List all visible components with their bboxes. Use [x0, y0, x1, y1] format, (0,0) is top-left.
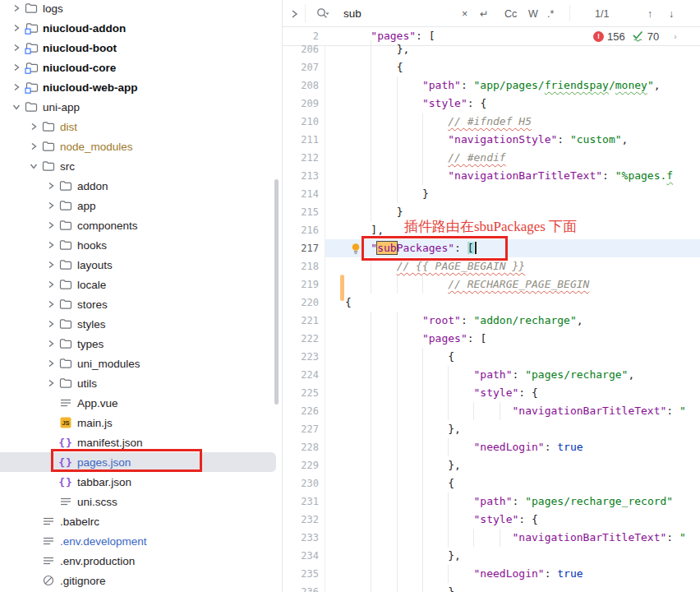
code-token: : — [461, 79, 474, 91]
clear-search-icon[interactable]: × — [462, 0, 467, 27]
code-line-226[interactable]: 226 "navigationBarTitleText": " — [283, 402, 700, 420]
code-line-211[interactable]: 211 "navigationStyle": "custom", — [283, 131, 700, 149]
code-line-212[interactable]: 212 // #endif — [283, 149, 700, 167]
code-line-228[interactable]: 228 "needLogin": true — [283, 438, 700, 456]
code-token: : — [666, 531, 679, 543]
search-icon[interactable] — [315, 0, 330, 27]
chevron-right-icon[interactable] — [44, 219, 58, 232]
tree-item-logs[interactable]: logs — [0, 0, 276, 18]
chevron-right-icon[interactable] — [44, 377, 58, 390]
tree-item-dist[interactable]: dist — [0, 117, 276, 136]
code-line-219[interactable]: 219 // RECHARGE_PAGE_BEGIN — [283, 275, 700, 294]
tree-item-niucloud-addon[interactable]: niucloud-addon — [0, 18, 276, 38]
code-line-223[interactable]: 223 { — [283, 348, 700, 366]
code-line-210[interactable]: 210 // #ifndef H5 — [283, 113, 700, 131]
tree-scrollbar[interactable] — [274, 179, 279, 405]
code-line-235[interactable]: 235 "needLogin": true — [283, 565, 700, 583]
tree-item-pages.json[interactable]: {}pages.json — [0, 452, 276, 472]
chevron-right-icon[interactable] — [44, 298, 58, 311]
tree-item-niucloud-boot[interactable]: niucloud-boot — [0, 38, 276, 58]
chevron-right-icon[interactable] — [10, 2, 23, 15]
code-line-231[interactable]: 231 "path": "pages/recharge_record" — [283, 493, 700, 511]
code-text: } — [345, 583, 454, 592]
regex-toggle[interactable]: .* — [547, 0, 554, 27]
tree-item-niucloud-core[interactable]: niucloud-core — [0, 58, 276, 77]
text-file-icon — [40, 514, 57, 529]
code-line-225[interactable]: 225 "style": { — [283, 384, 700, 402]
chevron-right-icon[interactable] — [44, 238, 58, 252]
find-expand-button[interactable] — [289, 0, 299, 27]
tree-item-uni.scss[interactable]: uni.scss — [0, 492, 276, 511]
code-line-208[interactable]: 208 "path": "app/pages/friendspay/money"… — [283, 76, 700, 95]
previous-match-button[interactable]: ↑ — [647, 0, 652, 27]
chevron-right-icon[interactable] — [10, 61, 23, 74]
tree-item-styles[interactable]: styles — [0, 314, 276, 334]
code-line-217[interactable]: 217 "subPackages": [ — [283, 239, 700, 257]
code-line-232[interactable]: 232 "style": { — [283, 511, 700, 529]
code-line-230[interactable]: 230 { — [283, 474, 700, 493]
tree-item-node_modules[interactable]: node_modules — [0, 136, 276, 156]
code-line-234[interactable]: 234 }, — [283, 547, 700, 565]
match-case-toggle[interactable]: Cc — [504, 0, 517, 27]
code-line-233[interactable]: 233 "navigationBarTitleText": " — [283, 529, 700, 547]
tree-item-uni-app[interactable]: uni-app — [0, 97, 276, 117]
chevron-right-icon[interactable] — [44, 317, 58, 331]
tree-item-stores[interactable]: stores — [0, 294, 276, 314]
tree-item-components[interactable]: components — [0, 215, 276, 235]
code-line-229[interactable]: 229 }, — [283, 456, 700, 474]
code-line-218[interactable]: 218 // {{ PAGE_BEGAIN }} — [283, 257, 700, 275]
chevron-right-icon[interactable] — [44, 278, 58, 291]
tree-item-uni_modules[interactable]: uni_modules — [0, 354, 276, 373]
chevron-right-icon[interactable] — [44, 258, 58, 271]
line-number: 212 — [283, 149, 319, 167]
tree-item-label: .babelrc — [60, 516, 99, 528]
tree-item-addon[interactable]: addon — [0, 176, 276, 196]
tree-item-locale[interactable]: locale — [0, 275, 276, 294]
code-token: "custom" — [570, 133, 622, 146]
tree-item-utils[interactable]: utils — [0, 373, 276, 393]
chevron-right-icon — [289, 9, 299, 19]
tree-item-types[interactable]: types — [0, 334, 276, 354]
tree-item-app[interactable]: app — [0, 196, 276, 215]
code-line-221[interactable]: 221 "root": "addon/recharge", — [283, 312, 700, 330]
newline-icon[interactable]: ↵ — [480, 0, 488, 27]
tree-item-niucloud-web-app[interactable]: niucloud-web-app — [0, 77, 276, 97]
tree-item-.env.production[interactable]: .env.production — [0, 551, 276, 571]
tree-item-.babelrc[interactable]: .babelrc — [0, 511, 276, 531]
chevron-right-icon[interactable] — [27, 140, 40, 153]
tree-item-manifest.json[interactable]: {}manifest.json — [0, 432, 276, 452]
chevron-right-icon[interactable] — [44, 179, 58, 192]
code-line-206[interactable]: 206 }, — [283, 40, 700, 58]
code-line-214[interactable]: 214 } — [283, 185, 700, 203]
chevron-right-icon[interactable] — [27, 120, 40, 133]
tree-item-tabbar.json[interactable]: {}tabbar.json — [0, 472, 276, 492]
code-line-220[interactable]: 220{ — [283, 294, 700, 312]
code-line-222[interactable]: 222 "pages": [ — [283, 330, 700, 348]
tree-item-layouts[interactable]: layouts — [0, 255, 276, 275]
chevron-down-icon[interactable] — [10, 100, 23, 113]
next-match-button[interactable]: ↓ — [669, 0, 674, 27]
chevron-right-icon[interactable] — [10, 81, 23, 94]
chevron-right-icon[interactable] — [44, 357, 58, 370]
code-line-216[interactable]: 216 ], — [283, 221, 700, 239]
chevron-right-icon[interactable] — [44, 199, 58, 212]
code-line-224[interactable]: 224 "path": "pages/recharge", — [283, 366, 700, 384]
chevron-right-icon[interactable] — [10, 21, 23, 35]
code-line-236[interactable]: 236 } — [283, 583, 700, 592]
chevron-down-icon[interactable] — [27, 160, 40, 173]
tree-item-app.vue[interactable]: App.vue — [0, 393, 276, 413]
code-line-209[interactable]: 209 "style": { — [283, 95, 700, 113]
tree-item-.gitignore[interactable]: .gitignore — [0, 571, 276, 590]
tree-item-main.js[interactable]: JSmain.js — [0, 413, 276, 432]
code-line-227[interactable]: 227 }, — [283, 420, 700, 438]
chevron-right-icon[interactable] — [10, 41, 23, 54]
code-line-215[interactable]: 215 } — [283, 203, 700, 221]
code-line-207[interactable]: 207 { — [283, 58, 700, 76]
tree-item-.env.development[interactable]: .env.development — [0, 531, 276, 551]
search-input[interactable] — [343, 0, 458, 27]
code-line-213[interactable]: 213 "navigationBarTitleText": "%pages.f — [283, 167, 700, 185]
chevron-right-icon[interactable] — [44, 337, 58, 350]
tree-item-src[interactable]: src — [0, 156, 276, 176]
whole-words-toggle[interactable]: W — [528, 0, 538, 27]
tree-item-hooks[interactable]: hooks — [0, 235, 276, 255]
